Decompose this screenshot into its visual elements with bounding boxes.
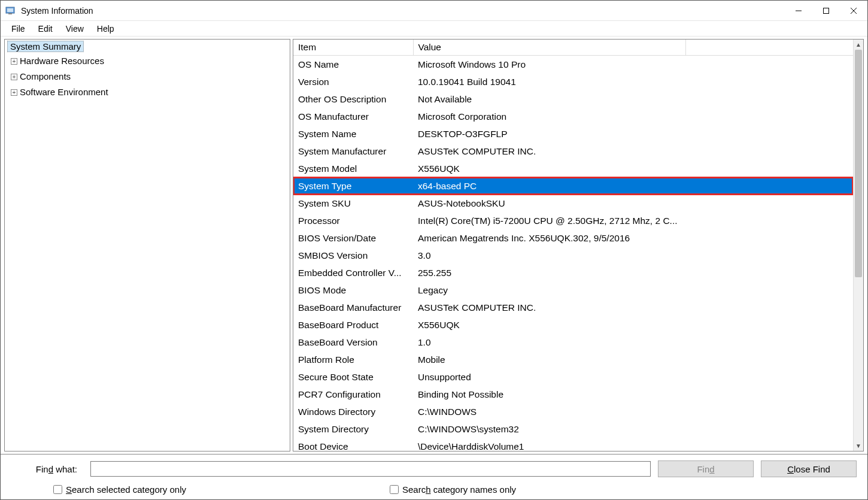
table-row[interactable]: Version10.0.19041 Build 19041 [293,73,853,90]
minimize-button[interactable] [785,1,812,21]
cell-value: Microsoft Windows 10 Pro [413,56,853,74]
app-icon [5,5,16,16]
detail-table[interactable]: Item Value OS NameMicrosoft Windows 10 P… [293,40,853,451]
table-row[interactable]: System NameDESKTOP-O3FGFLP [293,125,853,143]
checkbox-search-selected-input[interactable] [53,485,62,494]
cell-value: Binding Not Possible [413,386,853,403]
table-row[interactable]: System Typex64-based PC [293,177,853,195]
cell-item: System Model [293,160,413,177]
tree-root-system-summary[interactable]: System Summary [7,41,84,52]
cell-value: 255.255 [413,264,853,281]
cell-value: Microsoft Corporation [413,108,853,125]
table-row[interactable]: BaseBoard ManufacturerASUSTeK COMPUTER I… [293,299,853,316]
table-row[interactable]: OS NameMicrosoft Windows 10 Pro [293,56,853,74]
svg-rect-1 [7,8,13,12]
menubar: File Edit View Help [1,21,867,37]
table-row[interactable]: Boot Device\Device\HarddiskVolume1 [293,438,853,451]
table-row[interactable]: BaseBoard ProductX556UQK [293,316,853,334]
cell-item: Platform Role [293,351,413,368]
table-row[interactable]: BIOS ModeLegacy [293,281,853,299]
scrollbar-thumb[interactable] [855,50,862,277]
maximize-button[interactable] [812,1,840,21]
category-tree[interactable]: System Summary +Hardware Resources+Compo… [4,39,290,451]
cell-value: Intel(R) Core(TM) i5-7200U CPU @ 2.50GHz… [413,212,853,229]
cell-value: C:\WINDOWS\system32 [413,420,853,438]
table-row[interactable]: Embedded Controller V...255.255 [293,264,853,281]
cell-item: SMBIOS Version [293,247,413,264]
cell-value: 10.0.19041 Build 19041 [413,73,853,90]
table-row[interactable]: Secure Boot StateUnsupported [293,368,853,386]
tree-item[interactable]: +Software Environment [7,84,287,100]
cell-item: System Name [293,125,413,143]
cell-value: DESKTOP-O3FGFLP [413,125,853,143]
table-row[interactable]: System ModelX556UQK [293,160,853,177]
cell-item: System Type [293,177,413,195]
cell-value: Not Available [413,90,853,108]
tree-item-label: Software Environment [20,85,108,99]
table-row[interactable]: Windows DirectoryC:\WINDOWS [293,403,853,420]
expand-icon[interactable]: + [11,74,17,80]
table-row[interactable]: PCR7 ConfigurationBinding Not Possible [293,386,853,403]
checkbox-search-names[interactable]: Search category names only [390,484,516,495]
table-row[interactable]: SMBIOS Version3.0 [293,247,853,264]
table-row[interactable]: ProcessorIntel(R) Core(TM) i5-7200U CPU … [293,212,853,229]
cell-item: System Directory [293,420,413,438]
cell-value: 3.0 [413,247,853,264]
cell-value: American Megatrends Inc. X556UQK.302, 9/… [413,229,853,247]
cell-value: ASUS-NotebookSKU [413,195,853,212]
checkbox-search-names-input[interactable] [390,485,399,494]
svg-rect-4 [824,8,829,13]
cell-item: BIOS Version/Date [293,229,413,247]
expand-icon[interactable]: + [11,58,17,65]
table-row[interactable]: Platform RoleMobile [293,351,853,368]
expand-icon[interactable]: + [11,89,17,96]
cell-value: Legacy [413,281,853,299]
find-input[interactable] [90,461,651,477]
column-header-item[interactable]: Item [293,40,413,56]
table-row[interactable]: System DirectoryC:\WINDOWS\system32 [293,420,853,438]
cell-value: x64-based PC [413,177,853,195]
table-row[interactable]: BIOS Version/DateAmerican Megatrends Inc… [293,229,853,247]
tree-item-label: Hardware Resources [20,54,104,68]
find-button[interactable]: Find [658,460,754,477]
cell-value: X556UQK [413,316,853,334]
tree-item-label: Components [20,69,71,84]
table-row[interactable]: System SKUASUS-NotebookSKU [293,195,853,212]
cell-value: \Device\HarddiskVolume1 [413,438,853,451]
table-row[interactable]: System ManufacturerASUSTeK COMPUTER INC. [293,143,853,160]
cell-item: BIOS Mode [293,281,413,299]
menu-edit[interactable]: Edit [32,23,59,35]
cell-item: BaseBoard Version [293,334,413,351]
tree-item[interactable]: +Hardware Resources [7,53,287,69]
cell-item: Boot Device [293,438,413,451]
table-row[interactable]: OS ManufacturerMicrosoft Corporation [293,108,853,125]
cell-item: BaseBoard Product [293,316,413,334]
cell-item: Processor [293,212,413,229]
menu-file[interactable]: File [5,23,31,35]
cell-value: ASUSTeK COMPUTER INC. [413,143,853,160]
cell-item: Embedded Controller V... [293,264,413,281]
menu-view[interactable]: View [60,23,90,35]
cell-item: System Manufacturer [293,143,413,160]
find-label: Find what: [11,464,83,474]
table-row[interactable]: BaseBoard Version1.0 [293,334,853,351]
vertical-scrollbar[interactable]: ▲ ▼ [853,40,863,451]
close-button[interactable] [840,1,867,21]
cell-item: Other OS Description [293,90,413,108]
close-find-button[interactable]: Close Find [761,460,857,477]
table-row[interactable]: Other OS DescriptionNot Available [293,90,853,108]
window-title: System Information [21,6,93,16]
detail-pane: Item Value OS NameMicrosoft Windows 10 P… [293,39,864,451]
scroll-down-icon[interactable]: ▼ [854,441,863,451]
cell-item: OS Name [293,56,413,74]
cell-value: Mobile [413,351,853,368]
scroll-up-icon[interactable]: ▲ [854,40,863,50]
cell-item: PCR7 Configuration [293,386,413,403]
menu-help[interactable]: Help [91,23,120,35]
column-header-value[interactable]: Value [413,40,685,56]
cell-item: BaseBoard Manufacturer [293,299,413,316]
tree-item[interactable]: +Components [7,69,287,84]
checkbox-search-selected[interactable]: Search selected category only [53,484,186,495]
cell-value: 1.0 [413,334,853,351]
titlebar: System Information [1,1,867,21]
